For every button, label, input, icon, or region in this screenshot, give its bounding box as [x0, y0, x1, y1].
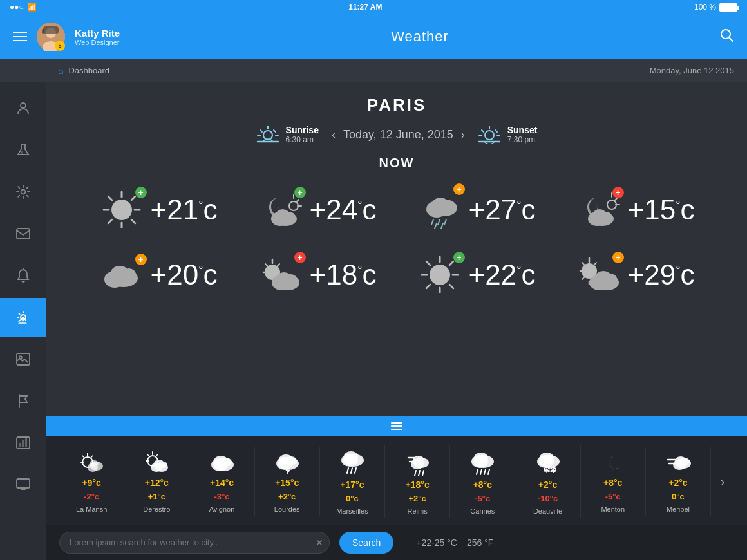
city-item-menton[interactable]: +8°c -5°c Menton: [581, 447, 646, 516]
weather-cell-7[interactable]: + +29°c: [558, 247, 712, 303]
content-area: PARIS Sunrise 6:: [46, 82, 747, 560]
city-item-avignon[interactable]: +14°c -3°c Avignon: [189, 447, 254, 516]
cell-icon-3: +: [576, 189, 621, 230]
sidebar-item-settings[interactable]: [0, 173, 46, 211]
svg-point-151: [540, 453, 554, 463]
svg-line-61: [441, 223, 443, 229]
weather-cell-2[interactable]: + +27°c: [399, 178, 553, 241]
svg-line-97: [582, 277, 585, 279]
sidebar-item-chart[interactable]: [0, 424, 46, 462]
svg-point-56: [442, 200, 455, 210]
cities-row: +9°c -2°c La Mansh: [59, 445, 734, 518]
svg-line-59: [444, 219, 446, 225]
city-low-7: -10°c: [538, 494, 558, 503]
sidebar-item-gallery[interactable]: [0, 340, 46, 378]
temp-7: +29°c: [628, 261, 695, 289]
city-item-derestro[interactable]: +12°c +1°c Derestro: [124, 447, 189, 516]
city-icon-7: ❄ ❄: [535, 449, 561, 476]
sidebar-item-user[interactable]: [0, 89, 46, 127]
sidebar-item-weather[interactable]: [0, 298, 46, 337]
svg-rect-4: [42, 29, 44, 34]
user-role: Web Designer: [75, 39, 120, 46]
svg-rect-21: [17, 479, 30, 488]
weather-cell-1[interactable]: + +24°c: [240, 178, 394, 241]
cell-icon-6: +: [417, 254, 462, 295]
cell-icon-2: +: [417, 186, 462, 234]
temp-range: +22-25 °C: [416, 537, 457, 548]
svg-point-83: [430, 265, 450, 285]
header-search-icon[interactable]: [720, 28, 734, 46]
status-left: ●●○ 📶: [10, 3, 37, 12]
city-item-cannes[interactable]: +8°c -5°c Cannes: [450, 445, 515, 518]
search-clear-btn[interactable]: ✕: [316, 537, 323, 548]
sidebar-item-lab[interactable]: [0, 131, 46, 169]
city-high-0: +9°c: [82, 478, 100, 488]
svg-line-24: [260, 130, 262, 132]
city-name-0: La Mansh: [76, 505, 107, 513]
svg-line-90: [449, 261, 453, 265]
next-date-btn[interactable]: ›: [461, 128, 465, 142]
prev-date-btn[interactable]: ‹: [332, 128, 336, 142]
svg-line-107: [91, 456, 93, 458]
sunset-info: Sunset 7:30 pm: [478, 125, 538, 144]
svg-text:❄: ❄: [549, 465, 557, 475]
hamburger-line: [13, 36, 27, 37]
city-item-meribel[interactable]: +2°c 0°c Meribel: [646, 447, 711, 516]
status-time: 11:27 AM: [348, 3, 382, 12]
svg-line-96: [594, 263, 596, 265]
search-input-container: ✕: [59, 532, 330, 554]
sidebar-item-bell[interactable]: [0, 256, 46, 295]
city-name-5: Reims: [408, 507, 428, 515]
weather-cell-5[interactable]: + +18°c: [240, 247, 394, 303]
sidebar-item-flag[interactable]: [0, 382, 46, 420]
sunrise-label: Sunrise: [286, 125, 319, 135]
svg-point-36: [111, 200, 132, 220]
city-item-marseilles[interactable]: +17°c 0°c Marseilles: [320, 445, 385, 518]
svg-line-46: [296, 200, 299, 202]
panel-divider[interactable]: [46, 416, 747, 436]
svg-point-52: [283, 212, 295, 221]
svg-point-102: [603, 274, 617, 284]
svg-line-140: [419, 471, 420, 476]
city-item-deauville[interactable]: ❄ ❄ +2°c -10°c Deauville: [515, 445, 580, 518]
svg-line-78: [277, 264, 279, 266]
svg-point-119: [158, 462, 167, 468]
sunset-text: Sunset 7:30 pm: [507, 125, 538, 144]
svg-line-6: [729, 37, 733, 41]
svg-rect-18: [19, 443, 21, 447]
cities-next-arrow[interactable]: ›: [711, 471, 734, 494]
city-name: PARIS: [367, 95, 427, 115]
city-name-1: Derestro: [143, 505, 170, 513]
city-icon-2: [209, 451, 235, 474]
date-nav: ‹ Today, 12 June, 2015 ›: [332, 128, 465, 142]
city-item-reims[interactable]: +18°c +2°c Reims: [385, 445, 450, 518]
svg-line-95: [582, 263, 585, 265]
city-low-8: -5°c: [605, 492, 621, 501]
city-name-8: Menton: [601, 505, 625, 513]
battery-label: 100 %: [694, 3, 716, 12]
city-low-5: +2°c: [408, 494, 426, 503]
weather-cell-6[interactable]: + +22°c: [399, 247, 553, 303]
svg-line-57: [431, 219, 433, 225]
weather-cell-3[interactable]: + +15°c: [558, 178, 712, 241]
svg-point-127: [285, 456, 297, 465]
city-item-la-mansh[interactable]: +9°c -2°c La Mansh: [59, 447, 124, 516]
city-item-lourdes[interactable]: +15°c +2°c Lourdes: [255, 447, 320, 516]
temp-0: +21°c: [151, 196, 218, 224]
weather-cell-0[interactable]: + +21°c: [81, 178, 235, 241]
svg-point-82: [284, 274, 297, 285]
cell-icon-4: +: [99, 256, 144, 294]
badge-2: +: [453, 183, 465, 195]
search-input[interactable]: [59, 532, 330, 554]
hamburger-menu[interactable]: [13, 32, 27, 41]
sidebar-item-monitor[interactable]: [0, 465, 46, 504]
svg-line-88: [426, 261, 430, 265]
breadcrumb-dashboard[interactable]: Dashboard: [68, 66, 109, 75]
sidebar-item-mail[interactable]: [0, 214, 46, 253]
weather-cell-4[interactable]: + +20°c: [81, 247, 235, 303]
svg-point-159: [679, 458, 690, 465]
search-button[interactable]: Search: [339, 532, 393, 554]
sunrise-icon: [256, 125, 279, 144]
svg-line-145: [477, 469, 478, 474]
city-high-7: +2°c: [538, 480, 557, 490]
